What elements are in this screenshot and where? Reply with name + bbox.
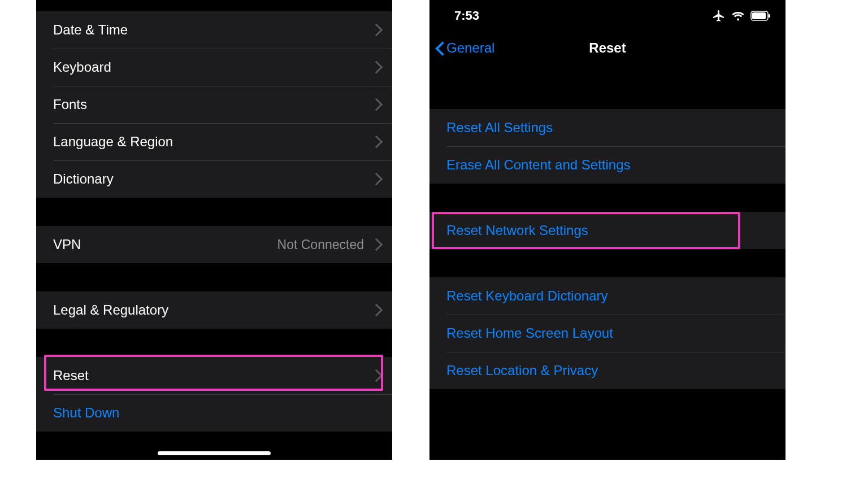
row-label: Language & Region: [53, 134, 372, 150]
chevron-left-icon: [434, 40, 444, 56]
chevron-right-icon: [372, 303, 380, 317]
row-label: Reset Location & Privacy: [446, 363, 773, 378]
row-reset[interactable]: Reset: [36, 357, 392, 394]
row-label: Reset All Settings: [446, 120, 773, 136]
row-legal-regulatory[interactable]: Legal & Regulatory: [36, 291, 392, 329]
row-reset-all-settings[interactable]: Reset All Settings: [429, 109, 785, 146]
group-reset-other: Reset Keyboard Dictionary Reset Home Scr…: [429, 277, 785, 389]
row-label: VPN: [53, 237, 277, 252]
row-dictionary[interactable]: Dictionary: [36, 160, 392, 198]
nav-back-button[interactable]: General: [434, 40, 494, 56]
reset-settings-screen: 7:53 Ge: [429, 0, 785, 460]
row-label: Date & Time: [53, 22, 372, 38]
row-reset-location-privacy[interactable]: Reset Location & Privacy: [429, 352, 785, 389]
chevron-right-icon: [372, 369, 380, 382]
row-label: Keyboard: [53, 59, 372, 75]
group-general-1: Date & Time Keyboard Fonts Language & Re…: [36, 11, 392, 198]
chevron-right-icon: [372, 238, 380, 251]
nav-bar: General Reset: [429, 31, 785, 65]
group-reset-top: Reset All Settings Erase All Content and…: [429, 109, 785, 184]
wifi-icon: [731, 10, 745, 21]
chevron-right-icon: [372, 60, 380, 74]
battery-icon: [750, 11, 771, 21]
row-label: Reset Keyboard Dictionary: [446, 288, 773, 304]
status-bar: 7:53: [429, 0, 785, 31]
row-detail-vpn-status: Not Connected: [277, 237, 364, 252]
status-time: 7:53: [454, 8, 479, 23]
svg-rect-2: [769, 14, 770, 18]
group-vpn: VPN Not Connected: [36, 226, 392, 263]
row-keyboard[interactable]: Keyboard: [36, 49, 392, 86]
row-reset-network-settings[interactable]: Reset Network Settings: [429, 212, 785, 249]
svg-rect-1: [752, 12, 766, 19]
nav-title: Reset: [589, 40, 626, 56]
chevron-right-icon: [372, 23, 380, 37]
row-reset-keyboard-dictionary[interactable]: Reset Keyboard Dictionary: [429, 277, 785, 315]
row-date-time[interactable]: Date & Time: [36, 11, 392, 49]
row-label: Reset Home Screen Layout: [446, 325, 773, 341]
airplane-mode-icon: [712, 9, 726, 23]
chevron-right-icon: [372, 172, 380, 186]
row-label: Erase All Content and Settings: [446, 157, 773, 173]
general-settings-screen: Date & Time Keyboard Fonts Language & Re…: [36, 0, 392, 460]
row-language-region[interactable]: Language & Region: [36, 123, 392, 160]
row-erase-all-content[interactable]: Erase All Content and Settings: [429, 146, 785, 184]
nav-back-label: General: [446, 40, 494, 56]
chevron-right-icon: [372, 135, 380, 149]
row-label: Dictionary: [53, 171, 372, 187]
row-vpn[interactable]: VPN Not Connected: [36, 226, 392, 263]
row-label: Reset Network Settings: [446, 223, 773, 238]
chevron-right-icon: [372, 98, 380, 111]
row-label: Legal & Regulatory: [53, 302, 372, 318]
row-label: Shut Down: [53, 405, 380, 421]
row-label: Reset: [53, 368, 372, 384]
row-fonts[interactable]: Fonts: [36, 86, 392, 123]
row-reset-home-screen-layout[interactable]: Reset Home Screen Layout: [429, 315, 785, 352]
row-shutdown[interactable]: Shut Down: [36, 394, 392, 432]
row-label: Fonts: [53, 97, 372, 112]
home-indicator[interactable]: [158, 451, 271, 455]
group-reset-shutdown: Reset Shut Down: [36, 357, 392, 432]
group-reset-network: Reset Network Settings: [429, 212, 785, 249]
group-legal: Legal & Regulatory: [36, 291, 392, 329]
